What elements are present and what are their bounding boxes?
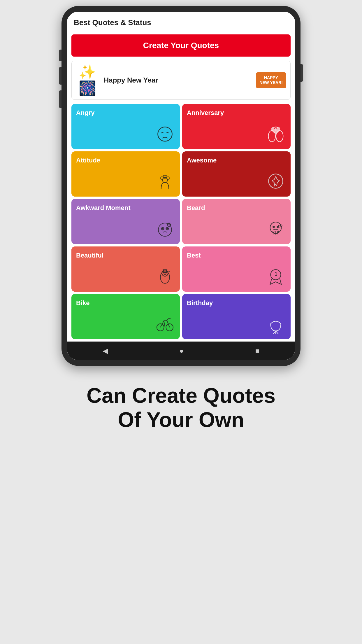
svg-point-6 <box>167 177 169 179</box>
svg-line-20 <box>274 231 274 234</box>
category-card-best[interactable]: Best 1 <box>182 246 291 292</box>
svg-line-34 <box>276 331 278 334</box>
category-label-beautiful: Beautiful <box>76 252 175 259</box>
awesome-icon <box>187 171 286 194</box>
volume-up-button <box>59 50 61 61</box>
svg-point-23 <box>278 225 280 227</box>
category-grid: Angry Anniversary <box>67 104 295 342</box>
silent-switch <box>59 90 61 108</box>
bottom-headline: Can Create Quotes Of Your Own <box>87 384 275 432</box>
category-card-beautiful[interactable]: Beautiful <box>71 246 180 292</box>
category-card-angry[interactable]: Angry <box>71 104 180 149</box>
svg-point-4 <box>161 177 163 179</box>
beautiful-icon <box>76 266 175 289</box>
svg-line-22 <box>277 231 278 234</box>
svg-point-24 <box>281 225 282 226</box>
phone-shell: Best Quotes & Status Create Your Quotes … <box>61 6 301 366</box>
bike-icon <box>76 314 175 336</box>
fireworks-icon: ✨🎆 <box>76 64 99 97</box>
category-card-awkward[interactable]: Awkward Moment <box>71 199 180 244</box>
category-card-awesome[interactable]: Awesome <box>182 151 291 197</box>
power-button <box>301 64 303 82</box>
best-icon: 1 <box>187 266 286 289</box>
category-card-anniversary[interactable]: Anniversary <box>182 104 291 149</box>
category-label-attitude: Attitude <box>76 157 175 164</box>
svg-point-28 <box>166 272 167 273</box>
phone-screen: Best Quotes & Status Create Your Quotes … <box>67 12 295 360</box>
svg-point-13 <box>162 228 163 229</box>
hny-sign: HAPPY NEW YEAR! <box>256 72 286 88</box>
app-title: Best Quotes & Status <box>74 18 151 27</box>
nav-bar: ◀ ● ■ <box>67 342 295 360</box>
happy-new-year-banner[interactable]: ✨🎆 Happy New Year HAPPY NEW YEAR! <box>71 61 291 100</box>
svg-text:1: 1 <box>275 272 277 276</box>
category-label-birthday: Birthday <box>187 299 286 307</box>
create-quotes-button[interactable]: Create Your Quotes <box>71 34 291 57</box>
svg-point-10 <box>158 223 172 237</box>
svg-point-0 <box>158 127 172 141</box>
category-label-awkward: Awkward Moment <box>76 204 175 212</box>
category-card-beard[interactable]: Beard <box>182 199 291 244</box>
category-card-bike[interactable]: Bike <box>71 294 180 339</box>
angry-icon <box>76 123 175 146</box>
svg-point-14 <box>167 228 168 229</box>
category-label-beard: Beard <box>187 204 286 212</box>
category-label-anniversary: Anniversary <box>187 109 286 117</box>
category-label-best: Best <box>187 252 286 259</box>
screen-content: Best Quotes & Status Create Your Quotes … <box>67 12 295 360</box>
category-card-attitude[interactable]: Attitude <box>71 151 180 197</box>
svg-line-33 <box>273 331 276 334</box>
svg-point-27 <box>164 272 165 273</box>
svg-point-18 <box>273 226 274 228</box>
attitude-icon <box>76 171 175 194</box>
anniversary-icon <box>187 123 286 146</box>
category-label-angry: Angry <box>76 109 175 117</box>
category-label-bike: Bike <box>76 299 175 307</box>
volume-down-button <box>59 67 61 85</box>
awkward-icon <box>76 218 175 241</box>
bottom-text-section: Can Create Quotes Of Your Own <box>63 366 299 444</box>
back-button[interactable]: ◀ <box>103 347 108 355</box>
birthday-icon <box>187 314 286 336</box>
recents-button[interactable]: ■ <box>255 347 260 355</box>
banner-text: Happy New Year <box>104 76 251 84</box>
category-label-awesome: Awesome <box>187 157 286 164</box>
category-card-birthday[interactable]: Birthday <box>182 294 291 339</box>
home-button[interactable]: ● <box>179 347 184 355</box>
beard-icon <box>187 218 286 241</box>
app-header: Best Quotes & Status <box>67 12 295 30</box>
